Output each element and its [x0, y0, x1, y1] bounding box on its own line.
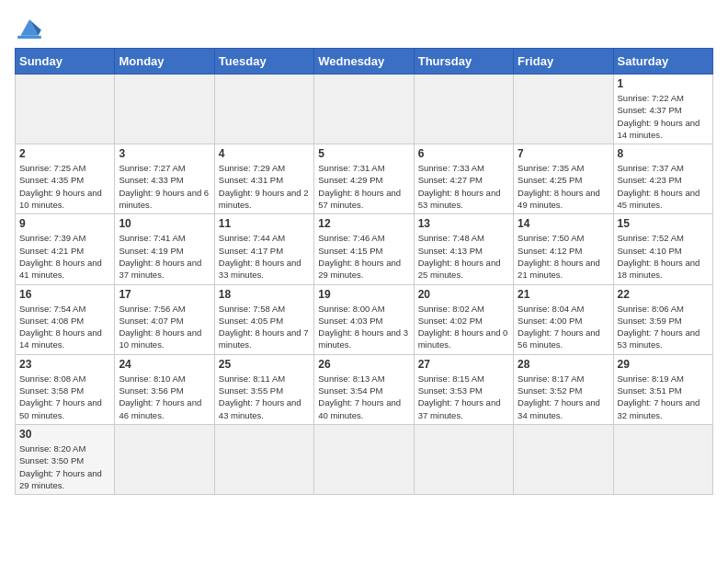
day-number: 17: [119, 288, 210, 301]
calendar-cell: 14Sunrise: 7:50 AM Sunset: 4:12 PM Dayli…: [514, 214, 613, 284]
calendar-cell: 8Sunrise: 7:37 AM Sunset: 4:23 PM Daylig…: [613, 144, 712, 214]
day-info: Sunrise: 7:27 AM Sunset: 4:33 PM Dayligh…: [119, 162, 210, 211]
logo-icon: [15, 15, 44, 40]
calendar-cell: 29Sunrise: 8:19 AM Sunset: 3:51 PM Dayli…: [613, 354, 712, 424]
calendar-cell: [514, 75, 613, 144]
day-info: Sunrise: 7:22 AM Sunset: 4:37 PM Dayligh…: [618, 92, 709, 141]
calendar-cell: 3Sunrise: 7:27 AM Sunset: 4:33 PM Daylig…: [115, 144, 214, 214]
day-header-friday: Friday: [514, 49, 613, 75]
calendar-cell: [613, 424, 712, 494]
day-info: Sunrise: 7:29 AM Sunset: 4:31 PM Dayligh…: [219, 162, 310, 211]
day-header-wednesday: Wednesday: [314, 49, 414, 75]
calendar-cell: 4Sunrise: 7:29 AM Sunset: 4:31 PM Daylig…: [214, 144, 313, 214]
day-number: 29: [618, 358, 709, 371]
day-number: 20: [418, 288, 509, 301]
calendar-cell: [414, 75, 513, 144]
day-header-thursday: Thursday: [414, 49, 513, 75]
day-info: Sunrise: 7:50 AM Sunset: 4:12 PM Dayligh…: [518, 232, 609, 281]
day-number: 6: [418, 147, 509, 160]
calendar-cell: [514, 424, 613, 494]
calendar-cell: 20Sunrise: 8:02 AM Sunset: 4:02 PM Dayli…: [414, 284, 513, 354]
day-info: Sunrise: 8:11 AM Sunset: 3:55 PM Dayligh…: [219, 373, 310, 421]
day-number: 21: [518, 288, 609, 301]
day-number: 10: [119, 217, 210, 230]
day-number: 28: [518, 358, 609, 371]
day-info: Sunrise: 7:48 AM Sunset: 4:13 PM Dayligh…: [418, 232, 509, 281]
calendar-week-row: 30Sunrise: 8:20 AM Sunset: 3:50 PM Dayli…: [16, 424, 713, 494]
calendar-cell: 22Sunrise: 8:06 AM Sunset: 3:59 PM Dayli…: [613, 284, 712, 354]
calendar-cell: 15Sunrise: 7:52 AM Sunset: 4:10 PM Dayli…: [613, 214, 712, 284]
day-info: Sunrise: 8:08 AM Sunset: 3:58 PM Dayligh…: [19, 373, 110, 421]
day-info: Sunrise: 7:35 AM Sunset: 4:25 PM Dayligh…: [518, 162, 609, 211]
day-info: Sunrise: 7:44 AM Sunset: 4:17 PM Dayligh…: [219, 232, 310, 281]
calendar-cell: [414, 424, 513, 494]
calendar-cell: [115, 424, 214, 494]
day-number: 27: [418, 358, 509, 371]
day-number: 1: [618, 77, 709, 90]
calendar-cell: [214, 424, 313, 494]
calendar-cell: [314, 75, 414, 144]
day-number: 4: [219, 147, 310, 160]
calendar-cell: 16Sunrise: 7:54 AM Sunset: 4:08 PM Dayli…: [16, 284, 115, 354]
day-info: Sunrise: 7:25 AM Sunset: 4:35 PM Dayligh…: [19, 162, 110, 211]
calendar-cell: 12Sunrise: 7:46 AM Sunset: 4:15 PM Dayli…: [314, 214, 414, 284]
day-number: 12: [318, 217, 409, 230]
day-info: Sunrise: 8:15 AM Sunset: 3:53 PM Dayligh…: [418, 373, 509, 421]
calendar-cell: 6Sunrise: 7:33 AM Sunset: 4:27 PM Daylig…: [414, 144, 513, 214]
day-number: 18: [219, 288, 310, 301]
calendar-header-row: SundayMondayTuesdayWednesdayThursdayFrid…: [16, 49, 713, 75]
day-number: 11: [219, 217, 310, 230]
calendar-cell: 21Sunrise: 8:04 AM Sunset: 4:00 PM Dayli…: [514, 284, 613, 354]
calendar-cell: [214, 75, 313, 144]
day-info: Sunrise: 7:39 AM Sunset: 4:21 PM Dayligh…: [19, 232, 110, 281]
calendar-cell: 9Sunrise: 7:39 AM Sunset: 4:21 PM Daylig…: [16, 214, 115, 284]
calendar-cell: 30Sunrise: 8:20 AM Sunset: 3:50 PM Dayli…: [16, 424, 115, 494]
day-info: Sunrise: 7:33 AM Sunset: 4:27 PM Dayligh…: [418, 162, 509, 211]
day-number: 8: [618, 147, 709, 160]
day-info: Sunrise: 8:17 AM Sunset: 3:52 PM Dayligh…: [518, 373, 609, 421]
calendar-cell: 5Sunrise: 7:31 AM Sunset: 4:29 PM Daylig…: [314, 144, 414, 214]
day-number: 9: [19, 217, 110, 230]
logo: [15, 15, 48, 40]
calendar-week-row: 16Sunrise: 7:54 AM Sunset: 4:08 PM Dayli…: [16, 284, 713, 354]
calendar-week-row: 23Sunrise: 8:08 AM Sunset: 3:58 PM Dayli…: [16, 354, 713, 424]
day-header-sunday: Sunday: [16, 49, 115, 75]
calendar-cell: 17Sunrise: 7:56 AM Sunset: 4:07 PM Dayli…: [115, 284, 214, 354]
day-info: Sunrise: 7:46 AM Sunset: 4:15 PM Dayligh…: [318, 232, 409, 281]
day-info: Sunrise: 7:37 AM Sunset: 4:23 PM Dayligh…: [618, 162, 709, 211]
calendar-week-row: 2Sunrise: 7:25 AM Sunset: 4:35 PM Daylig…: [16, 144, 713, 214]
day-info: Sunrise: 8:06 AM Sunset: 3:59 PM Dayligh…: [618, 303, 709, 351]
day-info: Sunrise: 8:13 AM Sunset: 3:54 PM Dayligh…: [318, 373, 409, 421]
calendar-week-row: 9Sunrise: 7:39 AM Sunset: 4:21 PM Daylig…: [16, 214, 713, 284]
calendar-cell: 11Sunrise: 7:44 AM Sunset: 4:17 PM Dayli…: [214, 214, 313, 284]
calendar-cell: 27Sunrise: 8:15 AM Sunset: 3:53 PM Dayli…: [414, 354, 513, 424]
calendar-cell: 23Sunrise: 8:08 AM Sunset: 3:58 PM Dayli…: [16, 354, 115, 424]
day-number: 30: [19, 428, 110, 441]
day-number: 26: [318, 358, 409, 371]
calendar-cell: [115, 75, 214, 144]
day-number: 14: [518, 217, 609, 230]
day-number: 7: [518, 147, 609, 160]
day-info: Sunrise: 8:20 AM Sunset: 3:50 PM Dayligh…: [19, 442, 110, 491]
calendar-cell: 7Sunrise: 7:35 AM Sunset: 4:25 PM Daylig…: [514, 144, 613, 214]
day-info: Sunrise: 7:54 AM Sunset: 4:08 PM Dayligh…: [19, 303, 110, 351]
day-number: 2: [19, 147, 110, 160]
calendar-cell: 25Sunrise: 8:11 AM Sunset: 3:55 PM Dayli…: [214, 354, 313, 424]
day-header-saturday: Saturday: [613, 49, 712, 75]
calendar-cell: 26Sunrise: 8:13 AM Sunset: 3:54 PM Dayli…: [314, 354, 414, 424]
day-info: Sunrise: 7:58 AM Sunset: 4:05 PM Dayligh…: [219, 303, 310, 351]
calendar-cell: [16, 75, 115, 144]
day-info: Sunrise: 8:02 AM Sunset: 4:02 PM Dayligh…: [418, 303, 509, 351]
header: [15, 15, 713, 40]
day-number: 3: [119, 147, 210, 160]
calendar-cell: [314, 424, 414, 494]
day-number: 5: [318, 147, 409, 160]
day-info: Sunrise: 8:19 AM Sunset: 3:51 PM Dayligh…: [618, 373, 709, 421]
day-number: 19: [318, 288, 409, 301]
day-info: Sunrise: 8:04 AM Sunset: 4:00 PM Dayligh…: [518, 303, 609, 351]
day-number: 15: [618, 217, 709, 230]
calendar: SundayMondayTuesdayWednesdayThursdayFrid…: [15, 48, 713, 495]
calendar-cell: 18Sunrise: 7:58 AM Sunset: 4:05 PM Dayli…: [214, 284, 313, 354]
calendar-cell: 13Sunrise: 7:48 AM Sunset: 4:13 PM Dayli…: [414, 214, 513, 284]
day-info: Sunrise: 7:41 AM Sunset: 4:19 PM Dayligh…: [119, 232, 210, 281]
